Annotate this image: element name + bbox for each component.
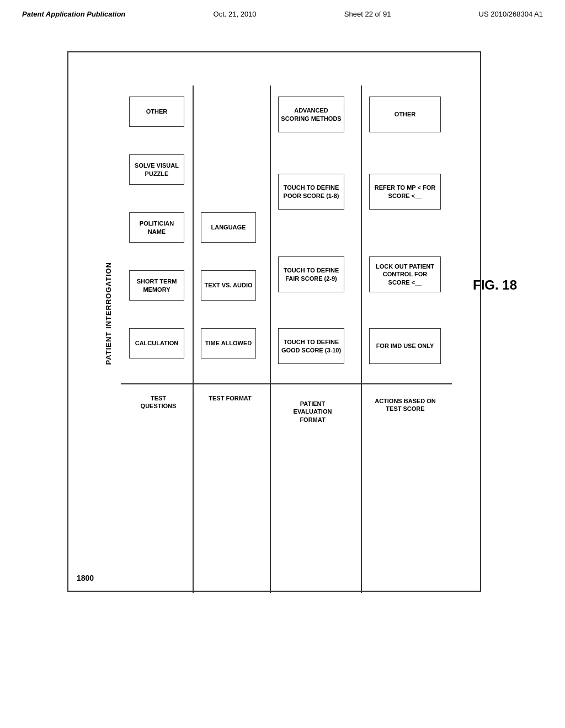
- box-lock-out: LOCK OUT PATIENT CONTROL FOR SCORE <__: [369, 256, 441, 292]
- publication-label: Patent Application Publication: [22, 10, 125, 18]
- vline-2: [270, 85, 271, 593]
- box-solve-visual: SOLVE VISUAL PUZZLE: [129, 154, 184, 185]
- box-touch-good: TOUCH TO DEFINE GOOD SCORE (3-10): [278, 328, 344, 364]
- page-header: Patent Application Publication Oct. 21, …: [0, 0, 565, 24]
- diagram-title: PATIENT INTERROGATION: [104, 262, 113, 365]
- box-touch-fair: TOUCH TO DEFINE FAIR SCORE (2-9): [278, 256, 344, 292]
- figure-label: FIG. 18: [473, 277, 517, 293]
- diagram-number: 1800: [77, 574, 94, 582]
- sheet-label: Sheet 22 of 91: [344, 10, 391, 18]
- main-content: PATIENT INTERROGATION 1800 OTHER SOLVE V…: [0, 24, 565, 663]
- box-short-term: SHORT TERM MEMORY: [129, 270, 184, 301]
- box-other-top-left: OTHER: [129, 97, 184, 127]
- box-language: LANGUAGE: [201, 212, 256, 243]
- diagram-container: PATIENT INTERROGATION 1800 OTHER SOLVE V…: [45, 40, 520, 647]
- label-patient-evaluation: PATIENT EVALUATION FORMAT: [281, 400, 344, 424]
- label-actions-based: ACTIONS BASED ON TEST SCORE: [371, 397, 440, 413]
- box-politician-name: POLITICIAN NAME: [129, 212, 184, 243]
- box-advanced-scoring: ADVANCED SCORING METHODS: [278, 97, 344, 132]
- patent-number: US 2010/268304 A1: [479, 10, 543, 18]
- vline-3: [361, 85, 362, 593]
- box-time-allowed: TIME ALLOWED: [201, 328, 256, 358]
- label-test-questions: TEST QUESTIONS: [134, 394, 183, 410]
- label-test-format: TEST FORMAT: [205, 394, 255, 402]
- box-touch-poor: TOUCH TO DEFINE POOR SCORE (1-8): [278, 174, 344, 210]
- box-for-imd: FOR IMD USE ONLY: [369, 328, 441, 364]
- box-other-top-right: OTHER: [369, 97, 441, 132]
- box-calculation: CALCULATION: [129, 328, 184, 358]
- box-text-vs-audio: TEXT VS. AUDIO: [201, 270, 256, 301]
- box-refer-to-mp: REFER TO MP < FOR SCORE <__: [369, 174, 441, 210]
- date-label: Oct. 21, 2010: [214, 10, 257, 18]
- outer-box: PATIENT INTERROGATION 1800 OTHER SOLVE V…: [67, 51, 481, 592]
- vline-1: [193, 85, 194, 593]
- separator-line: [121, 383, 452, 384]
